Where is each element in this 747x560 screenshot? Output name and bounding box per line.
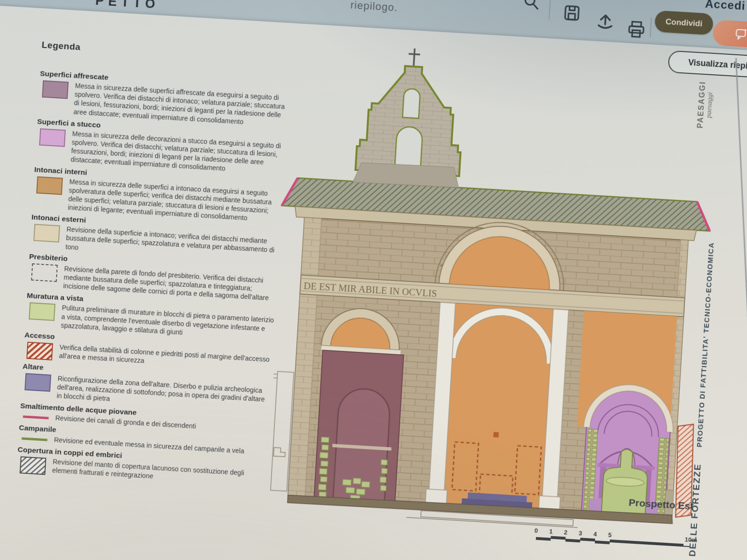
legend-swatch-presbiterio	[31, 263, 58, 282]
scale-tick: 0	[534, 527, 538, 534]
upload-icon[interactable]	[596, 11, 615, 30]
legend-swatch-intonaci-interni	[36, 176, 63, 195]
chat-sparkle-icon	[735, 28, 747, 40]
scale-tick: 3	[578, 530, 582, 537]
condividi-button[interactable]: Condividi	[654, 10, 713, 35]
screen-content: PETTO riepilogo. Accedi Condividi	[0, 0, 746, 560]
legend-swatch-superfici-affrescate	[42, 80, 69, 99]
toolbar-divider	[549, 0, 551, 19]
search-icon[interactable]	[523, 0, 540, 10]
condividi-label: Condividi	[665, 17, 703, 29]
scale-tick: 5	[608, 531, 612, 539]
photographed-screen: PETTO riepilogo. Accedi Condividi	[0, 0, 747, 560]
scale-tick: 2	[564, 529, 567, 536]
legend-swatch-accesso	[26, 342, 53, 360]
chiedi-button[interactable]: Chie	[712, 20, 747, 50]
scale-tick: 4	[593, 530, 597, 538]
legend-swatch-intonaci-esterni	[33, 224, 60, 242]
print-icon[interactable]	[627, 20, 646, 39]
save-icon[interactable]	[563, 4, 581, 22]
legend-swatch-muratura-a-vista	[29, 302, 55, 321]
church-elevation-drawing: DE EST MIR ABILE IN OCVLIS	[258, 38, 726, 560]
legend-swatch-smaltimento-acque	[23, 415, 49, 419]
bell-gable	[355, 45, 466, 176]
scale-bar: 0 1 2 3 4 5 10m	[534, 527, 697, 550]
accedi-button[interactable]: Accedi	[705, 0, 746, 13]
legend-swatch-copertura	[20, 456, 46, 475]
legend-swatch-altare	[24, 373, 51, 391]
center-bay-presbiterio	[425, 302, 572, 511]
toolbar-divider	[650, 18, 652, 38]
document-title-fragment: PETTO	[95, 0, 160, 12]
legend-panel: Legenda Superfici affrescate Messa in si…	[16, 40, 291, 491]
right-bay-altare	[572, 311, 680, 518]
legend-swatch-campanile	[21, 437, 47, 441]
scale-tick: 1	[549, 528, 553, 535]
top-center-text: riepilogo.	[350, 0, 398, 14]
left-bay-affresco	[312, 306, 406, 503]
legend-swatch-superfici-a-stucco	[39, 128, 66, 147]
strip-title: IA DELLE FORTEZZE	[686, 463, 703, 560]
